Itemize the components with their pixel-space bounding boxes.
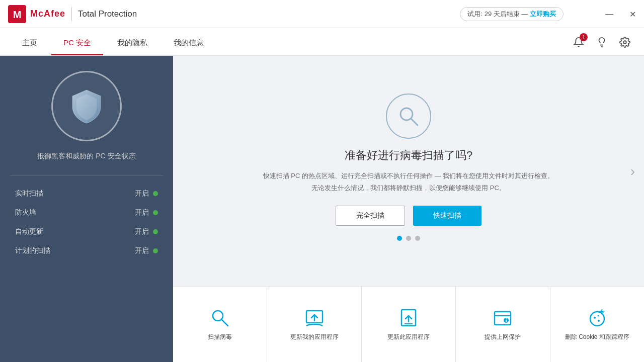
trial-badge: 试用: 29 天后结束 — 立即购买 [460,7,564,21]
tab-info[interactable]: 我的信息 [162,32,216,55]
status-firewall-right: 开启 [135,208,158,217]
status-auto-update-label: 自动更新 [15,227,43,236]
status-auto-update-dot [153,229,158,234]
status-scheduled-scan-label: 计划的扫描 [15,246,50,255]
card-cookie-label: 删除 Cookie 和跟踪程序 [565,333,629,341]
status-realtime-dot [153,191,158,196]
svg-line-8 [221,319,228,326]
lightbulb-button[interactable] [593,33,611,51]
scan-title: 准备好进行病毒扫描了吗? [345,148,472,163]
status-auto-update: 自动更新 开启 [10,222,163,241]
card-update-my-apps-label: 更新我的应用程序 [290,333,339,341]
status-realtime-right: 开启 [135,189,158,198]
dot-2[interactable] [406,236,411,241]
notification-button[interactable]: 1 [570,33,588,51]
sidebar-divider [10,175,163,176]
svg-point-21 [598,320,600,322]
svg-point-19 [590,312,604,326]
update-app-icon [398,308,419,328]
search-icon [396,104,421,128]
minimize-button[interactable]: — [598,0,621,28]
tab-privacy[interactable]: 我的隐私 [105,32,159,55]
title-divider [71,7,72,21]
dots-indicator [397,236,420,241]
card-update-this-app[interactable]: 更新此应用程序 [362,287,456,362]
scan-banner: 准备好进行病毒扫描了吗? 快速扫描 PC 的热点区域、运行完全扫描或不执行任何操… [173,56,644,287]
sidebar-title: 抵御黑客和威胁的 PC 安全状态 [37,150,135,161]
svg-point-4 [623,41,626,44]
shield-icon [66,86,107,126]
status-firewall: 防火墙 开启 [10,203,163,222]
nav-bar: 主页 PC 安全 我的隐私 我的信息 1 [0,28,644,56]
scan-description: 快速扫描 PC 的热点区域、运行完全扫描或不执行任何操作 — 我们将在您使用文件… [263,170,554,194]
status-realtime-scan: 实时扫描 开启 [10,184,163,203]
status-scheduled-scan-text: 开启 [135,246,149,255]
svg-line-6 [411,119,418,125]
status-realtime-label: 实时扫描 [15,189,43,198]
nav-icons: 1 [570,33,634,51]
dot-1[interactable] [397,236,402,241]
card-update-my-apps[interactable]: 更新我的应用程序 [267,287,361,362]
web-protect-icon [493,308,513,328]
status-firewall-text: 开启 [135,208,149,217]
quick-scan-button[interactable]: 快速扫描 [413,206,481,226]
scan-icon-circle [386,94,431,139]
title-bar: M McAfee Total Protection 试用: 29 天后结束 — … [0,0,644,28]
status-realtime-text: 开启 [135,189,149,198]
tab-pc-security[interactable]: PC 安全 [51,32,103,55]
mcafee-brand-text: McAfee [30,9,65,19]
mcafee-logo: M McAfee [8,5,65,23]
notification-badge: 1 [580,33,588,41]
svg-point-20 [594,317,596,319]
svg-rect-14 [495,312,511,325]
status-scheduled-scan-dot [153,248,158,253]
right-panel: 准备好进行病毒扫描了吗? 快速扫描 PC 的热点区域、运行完全扫描或不执行任何操… [173,56,644,362]
next-chevron[interactable]: › [630,163,635,179]
card-web-protect[interactable]: 提供上网保护 [456,287,550,362]
status-auto-update-text: 开启 [135,227,149,236]
update-apps-icon [304,308,325,328]
sidebar: 抵御黑客和威胁的 PC 安全状态 实时扫描 开启 防火墙 开启 自动更新 开启 … [0,56,173,362]
card-cookie[interactable]: 删除 Cookie 和跟踪程序 [550,287,644,362]
shield-container [51,71,122,141]
buy-link[interactable]: 立即购买 [530,10,556,18]
tab-home[interactable]: 主页 [10,32,49,55]
app-title: Total Protection [78,9,137,19]
status-firewall-label: 防火墙 [15,208,36,217]
card-update-this-app-label: 更新此应用程序 [387,333,430,341]
scan-buttons: 完全扫描 快速扫描 [336,206,481,226]
status-scheduled-scan: 计划的扫描 开启 [10,241,163,260]
scan-virus-icon [210,308,230,328]
svg-point-22 [597,315,599,317]
status-auto-update-right: 开启 [135,227,158,236]
card-web-protect-label: 提供上网保护 [485,333,521,341]
settings-button[interactable] [616,33,634,51]
svg-text:M: M [13,9,22,20]
mcafee-logo-icon: M [8,5,26,23]
close-button[interactable]: ✕ [621,0,644,28]
main-content: 抵御黑客和威胁的 PC 安全状态 实时扫描 开启 防火墙 开启 自动更新 开启 … [0,56,644,362]
status-firewall-dot [153,210,158,215]
status-scheduled-scan-right: 开启 [135,246,158,255]
window-controls: — ✕ [598,0,644,28]
full-scan-button[interactable]: 完全扫描 [336,206,405,226]
card-scan-virus[interactable]: 扫描病毒 [173,287,267,362]
cookie-icon [587,308,607,328]
card-scan-virus-label: 扫描病毒 [208,333,232,341]
trial-text: 试用: 29 天后结束 — [467,10,528,18]
bottom-cards: 扫描病毒 更新我的应用程序 更新此应 [173,287,644,362]
dot-3[interactable] [415,236,420,241]
